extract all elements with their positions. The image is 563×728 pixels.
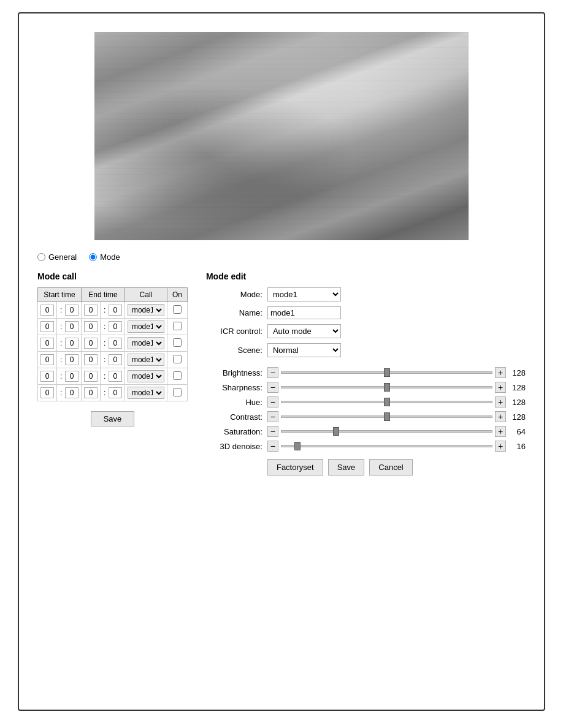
slider-value-4: 64: [508, 427, 526, 436]
start-min-cell: :: [57, 302, 82, 319]
slider-minus-3[interactable]: −: [267, 411, 278, 422]
on-checkbox-2[interactable]: [173, 338, 182, 347]
scene-field-label: Scene:: [206, 346, 267, 355]
icr-select[interactable]: Auto mode Day mode Night mode: [267, 324, 341, 338]
slider-minus-2[interactable]: −: [267, 396, 278, 408]
slider-plus-1[interactable]: +: [495, 382, 506, 393]
call-cell: mode1 mode2 mode3 mode4: [124, 335, 167, 352]
start-min-input-0[interactable]: [65, 305, 79, 316]
end-min-cell: :: [100, 302, 124, 319]
call-select-2[interactable]: mode1 mode2 mode3 mode4: [128, 337, 164, 349]
cancel-button[interactable]: Cancel: [369, 459, 412, 476]
end-min-input-4[interactable]: [109, 371, 122, 382]
time-sep: :: [59, 355, 63, 364]
end-min-input-1[interactable]: [109, 321, 122, 332]
start-hour-input-2[interactable]: [40, 338, 54, 349]
slider-input-3[interactable]: [281, 415, 492, 418]
mode-field-label: Mode:: [206, 290, 267, 299]
end-hour-input-5[interactable]: [84, 387, 98, 398]
mode-call-section: Mode call Start time End time Call On :: [37, 271, 188, 427]
slider-input-5[interactable]: [281, 445, 492, 447]
start-hour-input-4[interactable]: [40, 371, 54, 382]
slider-input-1[interactable]: [281, 386, 492, 389]
end-hour-input-0[interactable]: [84, 305, 98, 316]
start-hour-input-1[interactable]: [40, 321, 54, 332]
call-select-3[interactable]: mode1 mode2 mode3 mode4: [128, 354, 164, 366]
start-hour-input-5[interactable]: [40, 387, 54, 398]
save-button[interactable]: Save: [328, 459, 365, 476]
start-time-header: Start time: [38, 288, 82, 302]
mode-radio[interactable]: [89, 253, 97, 261]
call-select-0[interactable]: mode1 mode2 mode3 mode4: [128, 304, 164, 316]
slider-input-2[interactable]: [281, 401, 492, 403]
slider-plus-5[interactable]: +: [495, 441, 506, 452]
call-cell: mode1 mode2 mode3 mode4: [124, 368, 167, 385]
slider-value-0: 128: [508, 368, 526, 377]
end-hour-cell: [81, 385, 100, 401]
on-checkbox-1[interactable]: [173, 322, 182, 330]
mode-selector: General Mode: [37, 252, 526, 262]
start-min-input-5[interactable]: [65, 387, 79, 398]
call-select-5[interactable]: mode1 mode2 mode3 mode4: [128, 387, 164, 399]
start-hour-input-0[interactable]: [40, 305, 54, 316]
start-min-input-4[interactable]: [65, 371, 79, 382]
end-min-input-5[interactable]: [109, 387, 122, 398]
mode-select[interactable]: mode1 mode2 mode3 mode4: [267, 287, 341, 301]
on-checkbox-3[interactable]: [173, 355, 182, 363]
slider-plus-2[interactable]: +: [495, 396, 506, 408]
end-min-input-2[interactable]: [109, 338, 122, 349]
end-min-input-0[interactable]: [109, 305, 122, 316]
time-sep: :: [103, 372, 106, 381]
time-sep: :: [59, 322, 63, 331]
main-container: General Mode Mode call Start time End ti…: [18, 12, 545, 711]
start-hour-input-3[interactable]: [40, 354, 54, 365]
end-hour-input-2[interactable]: [84, 338, 98, 349]
end-min-cell: :: [100, 319, 124, 335]
on-checkbox-0[interactable]: [173, 305, 182, 314]
name-input[interactable]: [267, 306, 341, 319]
end-hour-input-4[interactable]: [84, 371, 98, 382]
scene-field-control: Normal Indoor Outdoor: [267, 343, 526, 357]
start-min-cell: :: [57, 368, 82, 385]
end-hour-input-3[interactable]: [84, 354, 98, 365]
start-min-input-3[interactable]: [65, 354, 79, 365]
time-sep: :: [59, 372, 63, 381]
slider-minus-5[interactable]: −: [267, 441, 278, 452]
slider-plus-4[interactable]: +: [495, 426, 506, 437]
general-radio[interactable]: [37, 253, 45, 261]
slider-minus-1[interactable]: −: [267, 382, 278, 393]
on-cell: [167, 335, 187, 352]
call-cell: mode1 mode2 mode3 mode4: [124, 302, 167, 319]
mode-call-save-button[interactable]: Save: [91, 411, 135, 427]
time-sep: :: [103, 355, 106, 364]
slider-input-4[interactable]: [281, 430, 492, 433]
start-min-input-1[interactable]: [65, 321, 79, 332]
slider-plus-0[interactable]: +: [495, 367, 506, 378]
general-radio-option[interactable]: General: [37, 252, 77, 262]
on-checkbox-4[interactable]: [173, 371, 182, 380]
name-field-control: [267, 306, 526, 319]
end-min-input-3[interactable]: [109, 354, 122, 365]
slider-minus-0[interactable]: −: [267, 367, 278, 378]
start-min-cell: :: [57, 352, 82, 368]
slider-minus-4[interactable]: −: [267, 426, 278, 437]
factoryset-button[interactable]: Factoryset: [267, 459, 323, 476]
camera-feed: [94, 32, 469, 240]
name-field-label: Name:: [206, 308, 267, 317]
slider-input-0[interactable]: [281, 371, 492, 374]
slider-container-2: − + 128: [267, 396, 526, 408]
slider-container-4: − + 64: [267, 426, 526, 437]
scene-select[interactable]: Normal Indoor Outdoor: [267, 343, 341, 357]
slider-plus-3[interactable]: +: [495, 411, 506, 422]
call-select-4[interactable]: mode1 mode2 mode3 mode4: [128, 370, 164, 382]
time-sep: :: [103, 339, 106, 347]
call-select-1[interactable]: mode1 mode2 mode3 mode4: [128, 320, 164, 333]
start-min-input-2[interactable]: [65, 338, 79, 349]
on-checkbox-5[interactable]: [173, 388, 182, 396]
end-hour-input-1[interactable]: [84, 321, 98, 332]
slider-label-1: Sharpness:: [206, 383, 267, 392]
slider-row-3: Contrast: − + 128: [206, 411, 526, 422]
start-min-cell: :: [57, 319, 82, 335]
mode-label: Mode: [100, 252, 120, 262]
mode-radio-option[interactable]: Mode: [89, 252, 120, 262]
